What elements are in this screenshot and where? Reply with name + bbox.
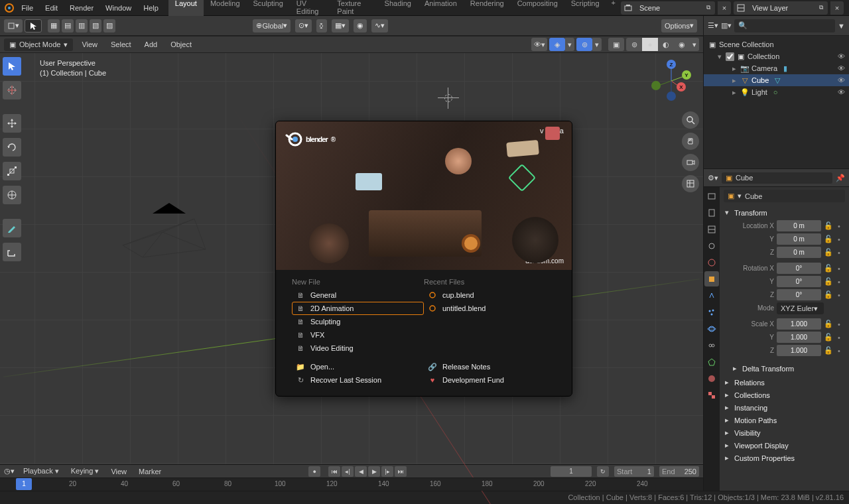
ptab-particles[interactable] xyxy=(704,304,719,320)
lock-icon[interactable]: 🔓 xyxy=(824,346,833,355)
light-object-gizmo[interactable] xyxy=(438,88,459,109)
properties-editor-type-button[interactable]: ⚙▾ xyxy=(708,174,718,182)
outliner-collection[interactable]: ▾ ▣ Collection 👁 xyxy=(704,50,849,62)
viewport-menu-add[interactable]: Add xyxy=(140,38,163,50)
gizmo-options-button[interactable]: ▾ xyxy=(565,38,574,51)
play-reverse-button[interactable]: ◀ xyxy=(355,466,367,477)
viewport-3d[interactable]: User Perspective (1) Collection | Cube xyxy=(0,53,703,464)
ptab-output[interactable] xyxy=(704,205,719,220)
scene-browse-button[interactable]: ⧉ xyxy=(702,1,715,15)
keyframe-next-button[interactable]: |▸ xyxy=(381,466,393,477)
properties-data-breadcrumb[interactable]: ▣▾ Cube xyxy=(724,190,845,202)
lock-icon[interactable]: 🔓 xyxy=(824,264,833,273)
outliner[interactable]: ▣Scene Collection ▾ ▣ Collection 👁 ▸ 📷 C… xyxy=(704,36,849,168)
play-button[interactable]: ▶ xyxy=(368,466,380,477)
playhead[interactable]: 1 xyxy=(16,478,32,490)
viewport-menu-select[interactable]: Select xyxy=(106,38,136,50)
viewport-menu-view[interactable]: View xyxy=(77,38,102,50)
visibility-selectability-button[interactable]: 👁▾ xyxy=(531,38,547,51)
auto-keying-toggle[interactable]: ● xyxy=(308,466,320,477)
panel-instancing-header[interactable]: ▸Instancing xyxy=(724,401,845,414)
axis-neg-y-handle[interactable] xyxy=(651,81,661,90)
pan-button[interactable] xyxy=(682,133,699,150)
outliner-item-light[interactable]: ▸ 💡 Light ○ 👁 xyxy=(704,86,849,98)
chevron-right-icon[interactable]: ▸ xyxy=(730,76,738,85)
scene-icon[interactable] xyxy=(621,1,635,15)
axis-neg-z-handle[interactable] xyxy=(667,92,676,101)
editor-type-button[interactable]: ▾ xyxy=(4,19,23,32)
camera-object-gizmo[interactable] xyxy=(123,199,216,252)
jump-end-button[interactable]: ⏭ xyxy=(395,466,407,477)
ptab-constraints[interactable] xyxy=(704,338,719,353)
lock-icon[interactable]: 🔓 xyxy=(824,320,833,328)
splash-new-general[interactable]: 🗎General xyxy=(292,288,424,302)
outliner-editor-type-button[interactable]: ☰▾ xyxy=(708,21,718,30)
properties-content[interactable]: ▣▾ Cube ▾Transform Location X0 m🔓• Y0 m🔓… xyxy=(720,187,849,491)
select-mode-button-3[interactable]: ▥ xyxy=(76,19,88,32)
use-preview-range-toggle[interactable]: ↻ xyxy=(597,466,609,477)
lock-icon[interactable]: 🔓 xyxy=(824,221,833,230)
lock-icon[interactable]: 🔓 xyxy=(824,277,833,286)
eye-icon[interactable]: 👁 xyxy=(838,52,845,60)
outliner-search-input[interactable]: 🔍 xyxy=(734,19,835,32)
splash-recover[interactable]: ↻Recover Last Session xyxy=(292,373,424,387)
current-frame-field[interactable]: 1 xyxy=(551,466,592,477)
pivot-point-button[interactable]: ⊙▾ xyxy=(295,19,312,32)
timeline-menu-view[interactable]: View xyxy=(107,466,130,477)
eye-icon[interactable]: 👁 xyxy=(838,88,845,96)
splash-recent-0[interactable]: cup.blend xyxy=(424,288,556,302)
splash-new-video-editing[interactable]: 🗎Video Editing xyxy=(292,342,424,355)
viewport-menu-object[interactable]: Object xyxy=(166,38,196,50)
ptab-modifiers[interactable] xyxy=(704,288,719,303)
menu-render[interactable]: Render xyxy=(64,1,99,15)
nav-gizmo[interactable]: Z Y X xyxy=(651,61,691,101)
lock-icon[interactable]: 🔓 xyxy=(824,333,833,342)
tool-measure[interactable] xyxy=(3,243,21,261)
ptab-viewlayer[interactable] xyxy=(704,221,719,237)
chevron-right-icon[interactable]: ▸ xyxy=(730,88,738,97)
transform-orientation-button[interactable]: ⊕ Global ▾ xyxy=(253,19,291,32)
scene-delete-button[interactable]: × xyxy=(718,1,731,15)
select-mode-button-2[interactable]: ▤ xyxy=(62,19,74,32)
lock-icon[interactable]: 🔓 xyxy=(824,235,833,243)
view-layer-browse-button[interactable]: ⧉ xyxy=(815,1,828,15)
panel-viewport-display-header[interactable]: ▸Viewport Display xyxy=(724,439,845,452)
panel-delta-transform-header[interactable]: ▸Delta Transform xyxy=(724,362,845,375)
lock-icon[interactable]: 🔓 xyxy=(824,248,833,257)
properties-breadcrumb[interactable]: ▣ Cube xyxy=(722,172,832,184)
outliner-display-mode-button[interactable]: ▥▾ xyxy=(721,21,732,30)
timeline-menu-keying[interactable]: Keying ▾ xyxy=(68,466,103,477)
timeline-menu-marker[interactable]: Marker xyxy=(135,466,164,477)
tool-move[interactable] xyxy=(3,114,21,133)
eye-icon[interactable]: 👁 xyxy=(838,64,845,72)
rot-y-field[interactable]: 0° xyxy=(777,276,821,287)
menu-window[interactable]: Window xyxy=(99,1,137,15)
ptab-world[interactable] xyxy=(704,255,719,270)
chevron-down-icon[interactable]: ▾ xyxy=(716,52,724,61)
show-overlays-toggle[interactable]: ⊚ xyxy=(576,38,592,51)
cursor-tool-button[interactable] xyxy=(25,19,42,32)
loc-z-field[interactable]: 0 m xyxy=(777,247,821,258)
tool-scale[interactable] xyxy=(3,162,21,180)
splash-new-sculpting[interactable]: 🗎Sculpting xyxy=(292,315,424,328)
splash-release-notes[interactable]: 🔗Release Notes xyxy=(424,360,556,373)
xray-toggle[interactable]: ▣ xyxy=(608,38,624,51)
shading-lookdev-button[interactable]: ◐ xyxy=(658,38,674,51)
ptab-material[interactable] xyxy=(704,371,719,386)
panel-collections-header[interactable]: ▸Collections xyxy=(724,389,845,401)
menu-help[interactable]: Help xyxy=(137,1,164,15)
ptab-render[interactable] xyxy=(704,188,719,204)
scale-z-field[interactable]: 1.000 xyxy=(777,345,821,356)
snap-toggle[interactable]: ⧲ xyxy=(316,19,327,32)
loc-x-field[interactable]: 0 m xyxy=(777,220,821,231)
ptab-texture[interactable] xyxy=(704,387,719,403)
zoom-button[interactable] xyxy=(682,111,699,129)
shading-solid-button[interactable]: ● xyxy=(642,38,658,51)
pin-icon[interactable]: 📌 xyxy=(836,174,845,182)
scene-name-input[interactable] xyxy=(635,1,702,15)
tool-select-box[interactable] xyxy=(3,57,21,76)
options-button[interactable]: Options ▾ xyxy=(661,19,697,32)
scale-y-field[interactable]: 1.000 xyxy=(777,332,821,343)
ptab-scene[interactable] xyxy=(704,238,719,253)
outliner-item-camera[interactable]: ▸ 📷 Camera ▮ 👁 xyxy=(704,62,849,74)
